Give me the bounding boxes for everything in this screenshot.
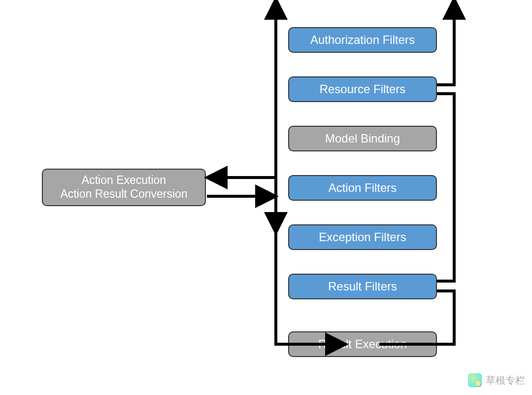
- stage-result-execution: Result Execution: [288, 331, 437, 357]
- stage-label: Exception Filters: [319, 230, 406, 244]
- stage-resource-filters: Resource Filters: [288, 76, 437, 102]
- stage-label: Authorization Filters: [310, 33, 415, 47]
- stage-model-binding: Model Binding: [288, 126, 437, 151]
- side-box-line1: Action Execution: [82, 174, 166, 187]
- stage-authorization-filters: Authorization Filters: [288, 27, 437, 53]
- watermark-text: 草根专栏: [486, 374, 525, 387]
- stage-label: Model Binding: [325, 132, 400, 145]
- stage-exception-filters: Exception Filters: [288, 224, 437, 250]
- stage-label: Action Filters: [329, 181, 397, 195]
- watermark: 草根专栏: [468, 373, 525, 387]
- stage-label: Result Execution: [318, 337, 407, 351]
- stage-label: Resource Filters: [320, 82, 406, 96]
- side-box-action-execution: Action Execution Action Result Conversio…: [42, 169, 206, 206]
- side-box-line2: Action Result Conversion: [60, 187, 187, 201]
- wechat-like-icon: [468, 373, 482, 387]
- stage-action-filters: Action Filters: [288, 175, 437, 201]
- stage-result-filters: Result Filters: [288, 274, 437, 299]
- stage-label: Result Filters: [328, 280, 397, 293]
